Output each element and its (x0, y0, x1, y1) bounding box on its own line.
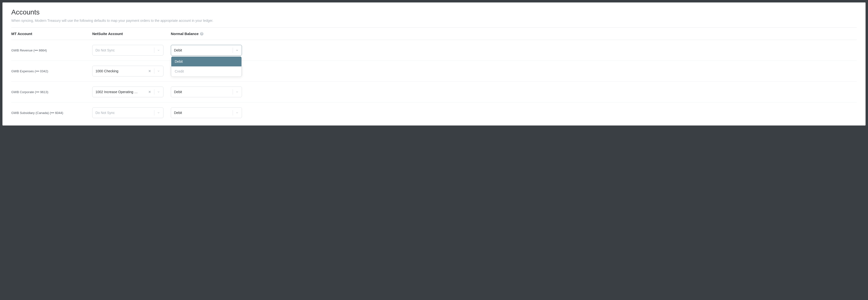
table-row: GWB Expenses (••• 0342) 1000 Checking ✕ … (11, 61, 857, 81)
select-value: 1000 Checking (95, 69, 148, 73)
select-value: Do Not Sync (95, 48, 154, 52)
table-row: GWB Revenue (••• 8664) Do Not Sync Debit (11, 40, 857, 61)
normal-balance-select[interactable]: Debit (171, 87, 242, 97)
accounts-panel: Accounts When syncing, Modern Treasury w… (2, 2, 866, 126)
clear-icon[interactable]: ✕ (148, 69, 152, 73)
select-value: Debit (174, 48, 232, 52)
select-value: 1002 Increase Operating … (95, 90, 148, 94)
chevron-down-icon (235, 48, 239, 52)
select-value: Debit (174, 90, 232, 94)
info-icon[interactable]: ? (200, 32, 204, 36)
column-header-ns-label: NetSuite Account (92, 32, 123, 36)
separator (154, 68, 154, 74)
column-header-mt-account: MT Account (11, 32, 92, 36)
separator (232, 47, 233, 53)
normal-balance-dropdown: Debit Credit (171, 56, 242, 76)
table-row: GWB Corporate (••• 9613) 1002 Increase O… (11, 81, 857, 102)
mt-account-label: GWB Corporate (••• 9613) (11, 90, 48, 94)
column-header-nb-label: Normal Balance (171, 32, 198, 36)
netsuite-account-select[interactable]: 1002 Increase Operating … ✕ (92, 87, 163, 97)
page-subtitle: When syncing, Modern Treasury will use t… (11, 19, 857, 23)
page-title: Accounts (11, 8, 857, 16)
netsuite-account-select[interactable]: Do Not Sync (92, 45, 163, 56)
clear-icon[interactable]: ✕ (148, 90, 152, 94)
netsuite-account-select[interactable]: Do Not Sync (92, 107, 163, 118)
mt-account-label: GWB Expenses (••• 0342) (11, 69, 48, 73)
chevron-down-icon (157, 90, 160, 94)
chevron-down-icon (157, 69, 160, 73)
separator (232, 110, 233, 115)
chevron-down-icon (235, 111, 239, 114)
chevron-down-icon (157, 111, 160, 114)
select-value: Do Not Sync (95, 111, 154, 115)
mt-account-label: GWB Revenue (••• 8664) (11, 48, 47, 52)
separator (232, 89, 233, 95)
separator (154, 47, 154, 53)
dropdown-option-debit[interactable]: Debit (171, 57, 242, 66)
normal-balance-select[interactable]: Debit Debit Credit (171, 45, 242, 56)
table-header: MT Account NetSuite Account Normal Balan… (11, 28, 857, 40)
mt-account-label: GWB Subsidiary (Canada) (••• 6044) (11, 111, 63, 115)
dropdown-option-credit[interactable]: Credit (171, 66, 242, 76)
normal-balance-select[interactable]: Debit (171, 107, 242, 118)
column-header-normal-balance: Normal Balance ? (171, 32, 249, 36)
chevron-down-icon (157, 48, 160, 52)
separator (154, 89, 154, 95)
select-value: Debit (174, 111, 232, 115)
column-header-netsuite-account: NetSuite Account (92, 32, 171, 36)
column-header-mt-label: MT Account (11, 32, 32, 36)
chevron-down-icon (235, 90, 239, 94)
table-row: GWB Subsidiary (Canada) (••• 6044) Do No… (11, 102, 857, 123)
separator (154, 110, 154, 115)
netsuite-account-select[interactable]: 1000 Checking ✕ (92, 66, 163, 76)
